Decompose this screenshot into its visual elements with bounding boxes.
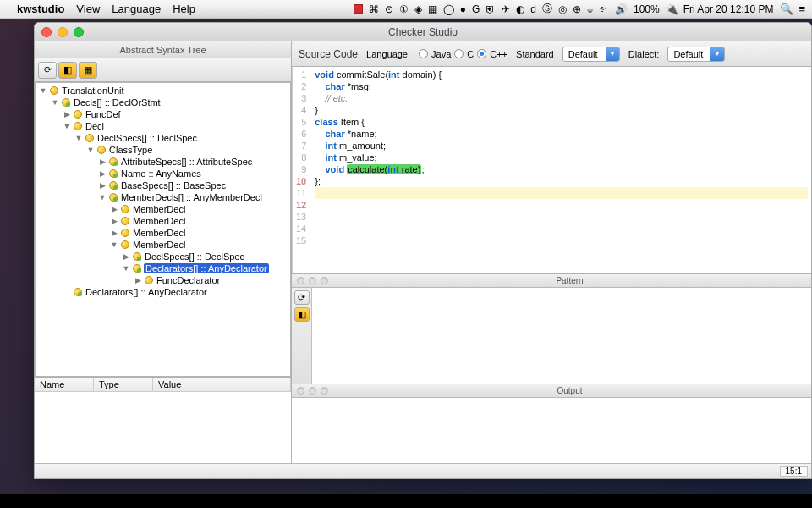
panel-dot[interactable] [321, 277, 328, 284]
right-column: Source Code Language: Java C C++ Standar… [292, 41, 811, 478]
tree-node-label: BaseSpecs[] :: BaseSpec [120, 180, 227, 190]
tray-spotlight-icon[interactable]: 🔍 [780, 3, 793, 15]
ast-toolbar-button[interactable]: ◧ [58, 62, 77, 79]
tray-icon[interactable]: ① [399, 3, 409, 15]
tree-node[interactable]: ▼MemberDecls[] :: AnyMemberDecl [36, 191, 290, 203]
disclosure-triangle-icon[interactable]: ▼ [86, 146, 95, 154]
panel-dot[interactable] [309, 387, 316, 395]
disclosure-triangle-icon[interactable]: ▶ [110, 229, 118, 237]
tree-node[interactable]: ▼Declarators[] :: AnyDeclarator [36, 262, 290, 274]
tree-node[interactable]: ▼Decls[] :: DeclOrStmt [36, 97, 290, 108]
disclosure-triangle-icon[interactable]: ▶ [110, 217, 118, 225]
menu-view[interactable]: View [76, 3, 100, 15]
chevron-down-icon: ▾ [606, 47, 619, 61]
app-name[interactable]: kwstudio [17, 3, 64, 15]
refresh-button[interactable]: ⟳ [294, 290, 310, 305]
panel-dot[interactable] [297, 277, 304, 284]
tree-node[interactable]: ▼MemberDecl [36, 239, 290, 251]
menubar-clock[interactable]: Fri Apr 20 12:10 PM [683, 3, 774, 15]
tray-icon[interactable]: ◯ [443, 3, 454, 15]
refresh-button[interactable]: ⟳ [38, 62, 57, 79]
standard-combo[interactable]: Default ▾ [562, 47, 620, 62]
disclosure-triangle-icon[interactable]: ▼ [74, 134, 83, 142]
close-button[interactable] [41, 27, 52, 37]
disclosure-triangle-icon[interactable]: ▼ [110, 240, 118, 249]
tree-node-label: FuncDef [85, 109, 122, 119]
radio-c-label[interactable]: C [467, 49, 474, 59]
tray-icon[interactable]: d [530, 3, 536, 15]
tray-wifi-icon[interactable]: ⏚ [587, 3, 593, 15]
tray-battery-icon[interactable]: 🔌 [666, 3, 678, 15]
pattern-content[interactable] [312, 288, 811, 384]
tray-icon[interactable]: ⊕ [573, 3, 581, 15]
tree-node-label: MemberDecls[] :: AnyMemberDecl [120, 192, 263, 202]
panel-dot[interactable] [297, 387, 304, 395]
disclosure-triangle-icon[interactable]: ▼ [122, 264, 130, 273]
tree-node[interactable]: ▶Name :: AnyNames [36, 168, 290, 179]
tree-node[interactable]: ▼Decl [36, 120, 290, 132]
disclosure-triangle-icon[interactable]: ▼ [63, 122, 71, 130]
ast-toolbar-button[interactable]: ▦ [79, 62, 97, 79]
tree-node[interactable]: ▼DeclSpecs[] :: DeclSpec [36, 132, 290, 144]
tray-icon[interactable]: ⛨ [486, 3, 496, 15]
tree-node[interactable]: ▶FuncDeclarator [36, 274, 290, 286]
menu-help[interactable]: Help [173, 3, 195, 15]
tray-skype-icon[interactable]: Ⓢ [542, 2, 552, 16]
tree-node[interactable]: ▼ClassType [36, 144, 290, 156]
dialect-combo[interactable]: Default ▾ [667, 47, 725, 62]
disclosure-triangle-icon[interactable]: ▶ [122, 252, 130, 261]
tray-volume-icon[interactable]: 🔊 [615, 3, 628, 15]
tray-icon[interactable]: ◈ [414, 3, 422, 15]
editor-code[interactable]: void commitSale(int domain) { char *msg;… [311, 67, 811, 273]
disclosure-triangle-icon[interactable]: ▼ [39, 86, 47, 95]
props-col-type[interactable]: Type [94, 378, 153, 391]
tray-notification-icon[interactable]: ≡ [798, 3, 805, 15]
radio-java-label[interactable]: Java [431, 49, 451, 59]
tree-node[interactable]: ▼TranslationUnit [36, 85, 290, 97]
tray-icon[interactable]: ⌘ [369, 3, 379, 15]
tray-icon[interactable]: ✈ [502, 3, 510, 15]
tray-icon[interactable]: ◎ [558, 3, 567, 15]
minimize-button[interactable] [58, 27, 68, 37]
cursor-position: 15:1 [780, 466, 808, 477]
pattern-toolbar-button[interactable]: ◧ [294, 307, 310, 322]
disclosure-triangle-icon[interactable]: ▶ [98, 181, 107, 190]
panel-dot[interactable] [321, 387, 328, 395]
tray-icon[interactable]: ● [460, 3, 466, 15]
tray-icon[interactable]: ◐ [516, 3, 524, 15]
tree-node[interactable]: ▶BaseSpecs[] :: BaseSpec [36, 179, 290, 191]
tree-node[interactable]: ▶DeclSpecs[] :: DeclSpec [36, 251, 290, 262]
disclosure-triangle-icon[interactable]: ▶ [63, 110, 71, 119]
ast-tree[interactable]: ▼TranslationUnit▼Decls[] :: DeclOrStmt▶F… [35, 82, 291, 377]
tray-record-icon[interactable] [354, 4, 363, 14]
radio-c[interactable] [454, 49, 464, 58]
disclosure-triangle-icon[interactable]: ▶ [110, 205, 118, 213]
disclosure-triangle-icon[interactable]: ▶ [98, 157, 107, 166]
tree-node[interactable]: ▶MemberDecl [36, 215, 290, 227]
tray-icon[interactable]: ⊙ [385, 3, 393, 15]
disclosure-triangle-icon[interactable]: ▶ [98, 169, 107, 178]
tree-node[interactable]: ▶MemberDecl [36, 203, 290, 215]
props-col-value[interactable]: Value [153, 378, 291, 391]
tree-node-label: AttributeSpecs[] :: AttributeSpec [120, 157, 253, 167]
window-titlebar[interactable]: Checker Studio [35, 23, 811, 41]
disclosure-triangle-icon[interactable]: ▶ [134, 276, 142, 284]
source-editor[interactable]: 123456789101112131415 void commitSale(in… [292, 67, 811, 273]
menu-language[interactable]: Language [112, 3, 161, 15]
props-col-name[interactable]: Name [35, 378, 94, 391]
radio-java[interactable] [419, 49, 428, 58]
radio-cpp-label[interactable]: C++ [490, 49, 508, 59]
tree-node[interactable]: ▶MemberDecl [36, 227, 290, 239]
disclosure-triangle-icon[interactable]: ▼ [51, 98, 59, 107]
tray-icon[interactable]: G [472, 3, 480, 15]
tree-node-label: Name :: AnyNames [120, 168, 202, 179]
tray-wifi-icon[interactable]: ᯤ [599, 3, 609, 15]
zoom-button[interactable] [74, 27, 84, 37]
tree-node[interactable]: ▶FuncDef [36, 108, 290, 120]
panel-dot[interactable] [309, 277, 316, 284]
radio-cpp[interactable] [477, 49, 486, 58]
tray-icon[interactable]: ▦ [428, 3, 437, 15]
disclosure-triangle-icon[interactable]: ▼ [98, 193, 107, 202]
tree-node[interactable]: Declarators[] :: AnyDeclarator [36, 286, 290, 298]
tree-node[interactable]: ▶AttributeSpecs[] :: AttributeSpec [36, 156, 290, 168]
